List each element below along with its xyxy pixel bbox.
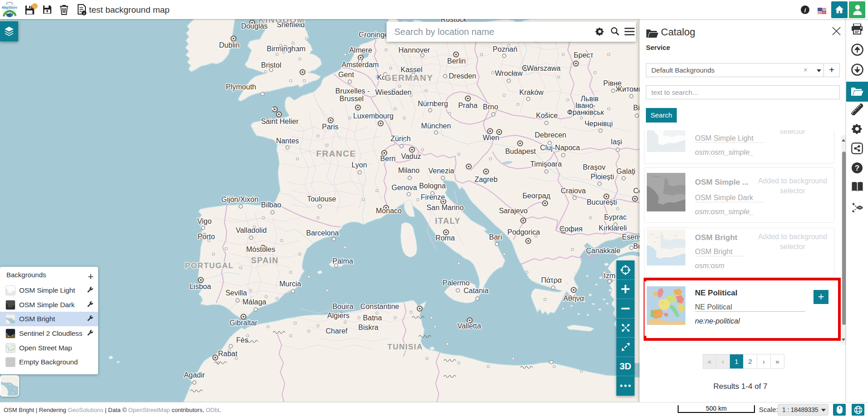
- svg-text:Zürich: Zürich: [391, 135, 411, 142]
- svg-text:Toulouse: Toulouse: [307, 195, 336, 203]
- svg-text:München: München: [421, 122, 451, 130]
- svg-text:Kassel: Kassel: [401, 66, 422, 74]
- svg-text:Biskra: Biskra: [358, 324, 379, 331]
- svg-text:Warszawa: Warszawa: [527, 64, 560, 72]
- svg-text:Iaşi: Iaşi: [611, 138, 622, 146]
- svg-text:Košice: Košice: [536, 112, 558, 119]
- svg-text:Wien: Wien: [483, 134, 499, 142]
- svg-text:Nantes: Nantes: [276, 137, 299, 145]
- svg-text:Bruxelles -: Bruxelles -: [335, 87, 370, 95]
- svg-text:Çanakkale: Çanakkale: [586, 247, 620, 255]
- svg-text:Brno: Brno: [483, 103, 498, 111]
- svg-text:Porto: Porto: [198, 233, 215, 240]
- svg-text:Bari: Bari: [489, 233, 502, 241]
- svg-text:Франківськ: Франківськ: [567, 108, 604, 116]
- svg-text:Vaduz: Vaduz: [401, 152, 421, 160]
- svg-text:Bern: Bern: [380, 155, 396, 162]
- svg-text:Venezia: Venezia: [428, 167, 454, 175]
- svg-text:Житоми: Житоми: [615, 85, 643, 93]
- svg-text:Lyon: Lyon: [352, 161, 367, 169]
- svg-text:София: София: [559, 225, 582, 233]
- svg-text:Zagreb: Zagreb: [475, 176, 498, 183]
- svg-text:Catania: Catania: [463, 287, 488, 294]
- svg-text:Genova: Genova: [392, 184, 417, 191]
- svg-text:Kraków: Kraków: [519, 88, 544, 96]
- svg-text:Almere: Almere: [349, 46, 372, 54]
- svg-text:Saint Helier: Saint Helier: [261, 118, 299, 125]
- svg-text:Málaga: Málaga: [243, 298, 267, 306]
- svg-text:Braşov: Braşov: [583, 163, 605, 171]
- svg-text:Barcelona: Barcelona: [306, 229, 339, 237]
- svg-text:București: București: [587, 198, 617, 206]
- svg-text:Brussel: Brussel: [339, 95, 363, 103]
- svg-text:GERMANY: GERMANY: [384, 73, 433, 83]
- svg-text:Poznań: Poznań: [493, 45, 517, 53]
- svg-text:Murcia: Murcia: [279, 280, 301, 288]
- svg-text:Fès: Fès: [236, 336, 248, 344]
- svg-text:ITALY: ITALY: [435, 216, 461, 226]
- svg-text:Dresden: Dresden: [449, 72, 476, 80]
- svg-text:Praha: Praha: [458, 102, 478, 109]
- svg-text:Vigo: Vigo: [197, 217, 212, 225]
- svg-text:MapStore: MapStore: [2, 5, 17, 10]
- svg-text:Valletta: Valletta: [457, 322, 481, 330]
- svg-text:Kırklareli: Kırklareli: [599, 224, 627, 232]
- svg-text:Monaco: Monaco: [376, 207, 402, 215]
- svg-text:Rabat: Rabat: [218, 350, 238, 358]
- svg-text:Чернівці: Чернівці: [585, 120, 613, 128]
- svg-text:San Marino: San Marino: [427, 204, 464, 211]
- svg-text:Hannover: Hannover: [398, 46, 430, 54]
- svg-text:Cluj-Napoca: Cluj-Napoca: [540, 144, 580, 152]
- svg-text:Palermo: Palermo: [442, 279, 470, 287]
- svg-text:Móstoles: Móstoles: [246, 245, 275, 253]
- svg-text:Nürnberg: Nürnberg: [418, 100, 448, 108]
- svg-text:Galaţi: Galaţi: [616, 167, 635, 175]
- svg-text:Wrocław: Wrocław: [495, 69, 522, 77]
- svg-text:i: i: [804, 7, 806, 14]
- svg-text:Bristol: Bristol: [261, 61, 281, 69]
- svg-text:Batna: Batna: [363, 314, 382, 322]
- svg-text:Dublin: Dublin: [219, 41, 239, 49]
- svg-text:Paris: Paris: [322, 123, 338, 131]
- svg-text:Брест: Брест: [574, 51, 594, 59]
- svg-text:Πάτρα: Πάτρα: [541, 276, 561, 284]
- svg-text:FRANCE: FRANCE: [316, 149, 356, 158]
- svg-text:Bouira: Bouira: [332, 303, 353, 310]
- svg-text:Bilbao: Bilbao: [261, 201, 282, 209]
- svg-text:Plymouth: Plymouth: [226, 83, 256, 91]
- svg-text:Αθήνα: Αθήνα: [563, 294, 584, 302]
- svg-text:Constantine: Constantine: [360, 303, 399, 310]
- svg-text:Београд: Београд: [522, 192, 551, 200]
- svg-text:Debrecen: Debrecen: [535, 131, 566, 139]
- svg-text:PORTUGAL: PORTUGAL: [185, 261, 233, 270]
- svg-text:Agadir: Agadir: [184, 371, 205, 379]
- svg-text:Sevilla: Sevilla: [225, 289, 247, 297]
- svg-text:Amsterdam: Amsterdam: [342, 61, 379, 69]
- svg-text:Бyprac: Бyprac: [604, 213, 627, 221]
- svg-text:Milano: Milano: [398, 167, 419, 174]
- svg-text:Birmingham: Birmingham: [267, 45, 305, 53]
- svg-text:KINGDOM: KINGDOM: [258, 19, 305, 25]
- svg-text:Algiers: Algiers: [327, 312, 350, 319]
- svg-text:Craiova: Craiova: [560, 187, 585, 195]
- svg-text:Palma: Palma: [332, 257, 353, 265]
- svg-text:Sarajevo: Sarajevo: [499, 207, 527, 215]
- svg-text:Ploieşti: Ploieşti: [590, 173, 614, 181]
- svg-text:Berlin: Berlin: [447, 57, 466, 65]
- svg-text:?: ?: [855, 164, 859, 172]
- svg-text:Bologna: Bologna: [419, 182, 446, 190]
- svg-text:Timişoara: Timişoara: [530, 160, 562, 168]
- svg-text:TUNISIA: TUNISIA: [387, 343, 423, 351]
- svg-text:Gijón/Xixón: Gijón/Xixón: [221, 196, 258, 203]
- svg-text:Wiesbaden: Wiesbaden: [375, 88, 412, 96]
- svg-text:Roma: Roma: [436, 234, 455, 242]
- svg-text:SPAIN: SPAIN: [251, 256, 278, 265]
- svg-text:Gibraltar: Gibraltar: [229, 319, 258, 327]
- svg-text:Budapest: Budapest: [505, 147, 536, 155]
- svg-text:Lisboa: Lisboa: [189, 283, 211, 290]
- svg-text:Charef: Charef: [326, 327, 348, 335]
- svg-text:Gent: Gent: [338, 71, 354, 78]
- svg-text:Valladolid: Valladolid: [236, 226, 267, 234]
- svg-text:Firenze: Firenze: [421, 193, 445, 201]
- svg-text:Luxembourg: Luxembourg: [353, 112, 394, 120]
